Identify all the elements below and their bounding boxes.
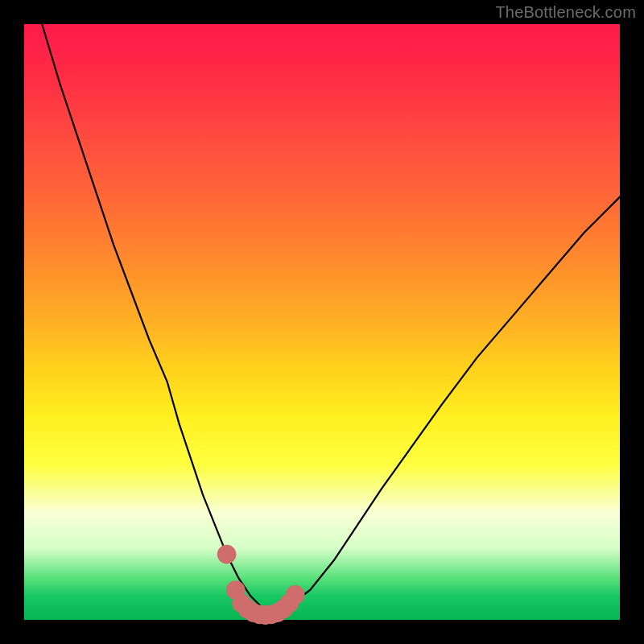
watermark-text: TheBottleneck.com <box>495 3 636 22</box>
highlight-dot <box>286 585 305 605</box>
valley-highlight <box>217 545 305 625</box>
chart-frame: TheBottleneck.com <box>0 0 644 644</box>
bottleneck-curve <box>42 24 620 614</box>
chart-svg <box>24 24 620 620</box>
plot-area <box>24 24 620 620</box>
highlight-dot <box>217 545 237 564</box>
